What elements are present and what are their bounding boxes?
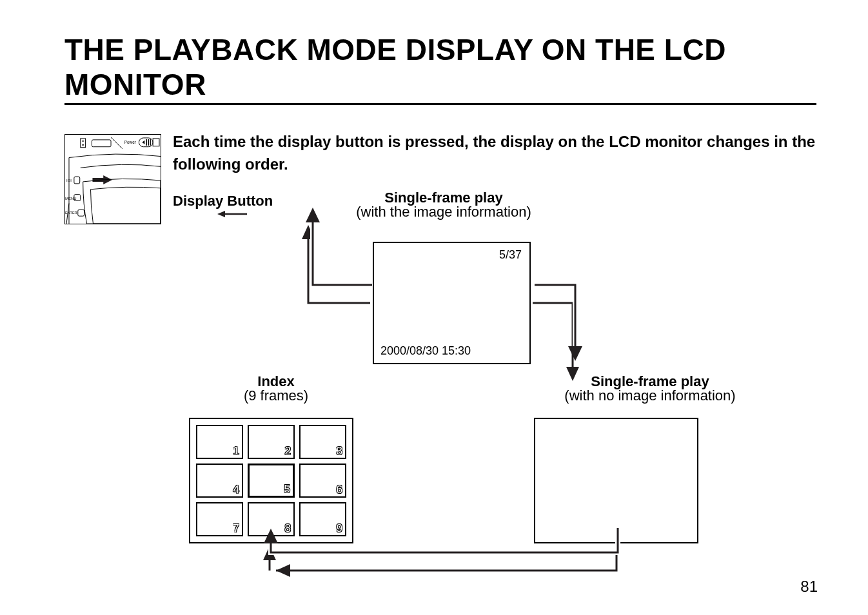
display-button-text: Display Button — [173, 193, 273, 209]
image-datetime: 2000/08/30 15:30 — [380, 344, 471, 358]
svg-rect-14 — [78, 210, 84, 216]
single-frame-noinfo-sub: (with no image information) — [534, 388, 766, 404]
display-cycle-diagram: Display Button Single-frame play (with t… — [173, 190, 779, 577]
lcd-blank — [534, 418, 698, 543]
index-cell: 9 — [299, 502, 346, 536]
camera-illustration: Power IOI MENU ENTER — [64, 134, 161, 224]
menu-text: MENU — [65, 197, 76, 200]
index-grid: 1 2 3 4 5 6 7 8 9 — [189, 418, 353, 543]
index-cell: 7 — [196, 502, 243, 536]
lcd-with-info: 5/37 2000/08/30 15:30 — [373, 242, 531, 364]
svg-marker-19 — [302, 225, 315, 239]
index-cell: 3 — [299, 425, 346, 459]
index-cell-num: 7 — [233, 522, 239, 535]
index-cell-num: 3 — [337, 445, 342, 458]
svg-line-4 — [111, 137, 123, 149]
right-column: Each time the display button is pressed,… — [173, 131, 816, 577]
index-sub: (9 frames) — [218, 388, 334, 404]
svg-rect-0 — [81, 139, 86, 148]
camera-svg: Power IOI MENU ENTER — [65, 135, 161, 224]
content-row: Power IOI MENU ENTER Each — [64, 131, 816, 577]
index-cell-num: 4 — [233, 483, 239, 496]
index-label: Index (9 frames) — [218, 374, 334, 404]
svg-rect-3 — [92, 140, 111, 147]
svg-point-1 — [82, 141, 83, 142]
index-cell: 2 — [248, 425, 295, 459]
image-counter: 5/37 — [499, 248, 522, 262]
io-text: IOI — [66, 179, 72, 182]
index-cell-num: 6 — [337, 483, 342, 496]
index-cell-num: 9 — [337, 522, 342, 535]
index-cell: 1 — [196, 425, 243, 459]
svg-marker-17 — [217, 211, 225, 217]
index-cell-num: 5 — [284, 483, 290, 496]
arrow-left-icon — [217, 210, 247, 218]
display-button-label: Display Button — [173, 193, 273, 220]
index-cell-selected: 5 — [248, 464, 295, 498]
index-cell-num: 2 — [285, 445, 291, 458]
svg-marker-6 — [142, 141, 144, 144]
page-number: 81 — [800, 578, 818, 596]
svg-rect-10 — [153, 139, 159, 146]
power-text: Power — [124, 140, 137, 144]
index-cell-num: 8 — [285, 522, 291, 535]
index-cell-num: 1 — [233, 445, 239, 458]
svg-marker-20 — [276, 564, 290, 577]
single-frame-noinfo-label: Single-frame play (with no image informa… — [534, 374, 766, 404]
enter-text: ENTER — [65, 211, 77, 215]
index-cell: 4 — [196, 464, 243, 498]
svg-marker-21 — [263, 546, 276, 560]
single-frame-info-sub: (with the image information) — [337, 204, 550, 220]
index-cell: 6 — [299, 464, 346, 498]
svg-point-2 — [82, 144, 83, 146]
page-title: THE PLAYBACK MODE DISPLAY ON THE LCD MON… — [64, 32, 816, 105]
single-frame-info-label: Single-frame play (with the image inform… — [337, 190, 550, 220]
svg-rect-12 — [74, 177, 80, 184]
index-cell: 8 — [248, 502, 295, 536]
intro-text: Each time the display button is pressed,… — [173, 131, 816, 176]
